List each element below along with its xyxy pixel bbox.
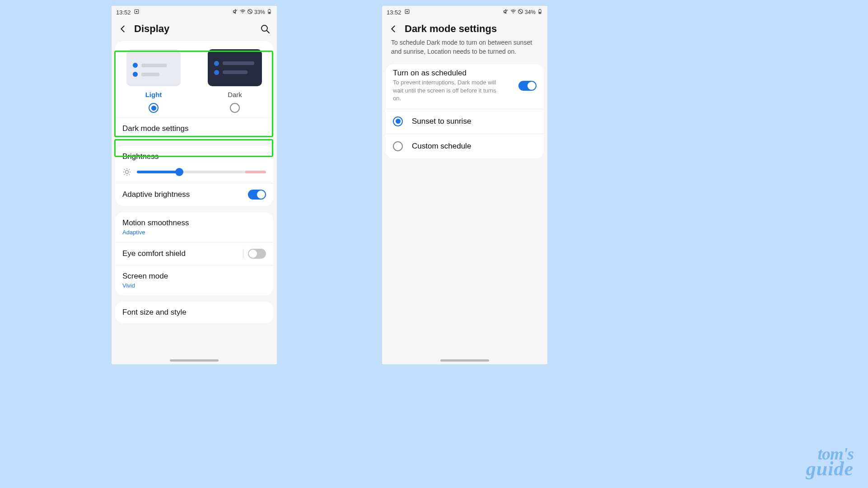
option-sunset-label: Sunset to sunrise (412, 117, 471, 126)
eye-comfort-toggle[interactable] (248, 249, 266, 259)
svg-point-11 (513, 13, 514, 14)
radio-sunset[interactable] (393, 116, 403, 126)
screenshot-icon (404, 9, 410, 16)
battery-icon (266, 9, 272, 16)
status-bar: 13:52 34% (382, 6, 547, 19)
schedule-panel: Turn on as scheduled To prevent interrup… (386, 64, 544, 158)
theme-option-light[interactable]: Light (124, 49, 183, 113)
svg-rect-15 (539, 12, 541, 14)
eye-comfort-label: Eye comfort shield (122, 249, 186, 258)
adaptive-brightness-toggle[interactable] (248, 190, 266, 200)
option-sunset-row[interactable]: Sunset to sunrise (386, 109, 544, 134)
dark-mode-settings-label: Dark mode settings (122, 124, 188, 133)
page-header: Dark mode settings (382, 19, 547, 38)
font-label: Font size and style (122, 308, 187, 316)
search-icon[interactable] (260, 23, 271, 34)
watermark-line2: guide (806, 461, 854, 477)
slider-thumb[interactable] (175, 168, 183, 176)
gesture-bar[interactable] (170, 359, 219, 362)
font-size-style-row[interactable]: Font size and style (115, 302, 273, 323)
status-time: 13:52 (387, 9, 401, 16)
screen-mode-row[interactable]: Screen mode Vivid (115, 265, 273, 295)
battery-text: 33% (254, 9, 265, 15)
page-title: Dark mode settings (405, 23, 541, 35)
adaptive-brightness-label: Adaptive brightness (122, 190, 190, 199)
radio-light[interactable] (149, 103, 159, 113)
no-data-icon (247, 9, 253, 16)
brightness-slider[interactable] (137, 171, 266, 173)
wifi-icon (240, 9, 246, 16)
theme-dark-label: Dark (228, 91, 242, 98)
screenshot-icon (134, 9, 140, 16)
display-options-panel: Motion smoothness Adaptive Eye comfort s… (115, 212, 273, 295)
watermark-logo: tom's guide (806, 447, 854, 477)
option-custom-label: Custom schedule (412, 142, 471, 151)
mute-icon (503, 9, 509, 16)
theme-panel: Light Dark Dark mode settings (115, 41, 273, 139)
phone-display-settings: 13:52 33% Display (112, 6, 277, 364)
no-data-icon (518, 9, 523, 16)
radio-dark[interactable] (230, 103, 240, 113)
svg-point-2 (243, 13, 243, 14)
mute-icon (233, 9, 238, 16)
schedule-info-text: To schedule Dark mode to turn on between… (382, 38, 547, 64)
svg-point-8 (126, 171, 129, 174)
screen-mode-label: Screen mode (122, 272, 266, 281)
radio-custom[interactable] (393, 141, 403, 151)
motion-smoothness-row[interactable]: Motion smoothness Adaptive (115, 212, 273, 242)
eye-comfort-row[interactable]: Eye comfort shield (115, 242, 273, 265)
battery-icon (537, 9, 543, 16)
svg-point-10 (406, 11, 407, 12)
svg-rect-6 (269, 12, 271, 14)
theme-light-label: Light (145, 91, 162, 98)
page-title: Display (134, 23, 253, 35)
theme-option-dark[interactable]: Dark (205, 49, 264, 113)
svg-point-1 (135, 11, 137, 12)
svg-point-7 (261, 25, 267, 31)
phone-dark-mode-settings: 13:52 34% Dark mode settings To schedule… (382, 6, 547, 364)
back-icon[interactable] (118, 24, 128, 34)
dark-preview-icon (208, 49, 262, 86)
divider (243, 249, 243, 259)
status-time: 13:52 (116, 9, 131, 16)
font-panel: Font size and style (115, 302, 273, 323)
brightness-panel: Brightness Adaptive brightness (115, 146, 273, 206)
dark-mode-settings-row[interactable]: Dark mode settings (115, 117, 273, 139)
motion-smoothness-value: Adaptive (122, 229, 266, 236)
light-preview-icon (126, 49, 181, 86)
page-header: Display (112, 19, 277, 41)
svg-rect-14 (539, 9, 540, 9)
battery-text: 34% (525, 9, 536, 15)
back-icon[interactable] (388, 24, 398, 34)
gesture-bar[interactable] (440, 359, 489, 362)
brightness-label: Brightness (115, 146, 273, 167)
scheduled-title: Turn on as scheduled (393, 69, 501, 78)
motion-smoothness-label: Motion smoothness (122, 218, 266, 228)
brightness-icon (122, 167, 131, 177)
status-bar: 13:52 33% (112, 6, 277, 19)
option-custom-row[interactable]: Custom schedule (386, 134, 544, 158)
screen-mode-value: Vivid (122, 282, 266, 289)
wifi-icon (510, 9, 516, 16)
svg-rect-5 (269, 9, 270, 9)
scheduled-desc: To prevent interruptions, Dark mode will… (393, 79, 501, 102)
adaptive-brightness-row[interactable]: Adaptive brightness (115, 183, 273, 206)
scheduled-toggle[interactable] (518, 81, 537, 91)
